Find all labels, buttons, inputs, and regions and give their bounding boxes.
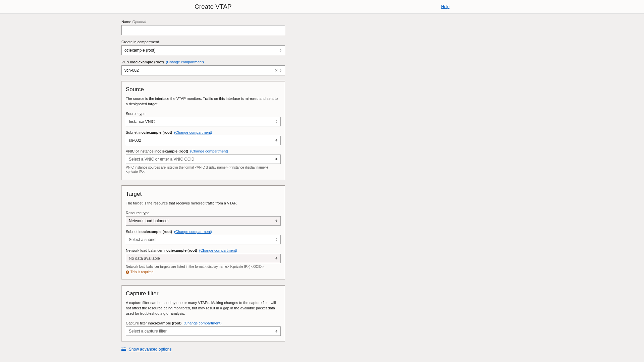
source-subnet-change-link[interactable]: (Change compartment) — [174, 130, 212, 134]
form-content: Name Optional Create in compartment ocie… — [0, 14, 644, 362]
source-type-value: Instance VNIC — [129, 119, 155, 124]
source-panel-description: The source is the interface the VTAP mon… — [126, 96, 281, 107]
source-vnic-helper: VNIC instance sources are listed in the … — [126, 165, 281, 174]
source-type-row: Source type Instance VNIC — [126, 112, 281, 126]
target-subnet-placeholder: Select a subnet — [129, 237, 157, 242]
target-nlb-error-text: This is required. — [130, 270, 154, 274]
target-nlb-select[interactable]: No data available — [126, 254, 281, 263]
target-panel: Target The target is the resource that r… — [121, 185, 285, 280]
capture-filter-label-prefix: Capture filter in — [126, 321, 151, 325]
resource-type-row: Resource type Network load balancer — [126, 211, 281, 226]
show-advanced-options-link[interactable]: Show advanced options — [129, 347, 171, 352]
target-nlb-label-prefix: Network load balancer in — [126, 248, 166, 252]
target-subnet-compartment: ociexample (root) — [141, 230, 172, 234]
vcn-clear-icon[interactable]: ✕ — [275, 68, 278, 73]
source-type-label: Source type — [126, 112, 281, 116]
capture-filter-row: Capture filter in ociexample (root) (Cha… — [126, 321, 281, 336]
name-optional-text: Optional — [132, 20, 146, 24]
vcn-select-value: vcn-002 — [124, 68, 139, 73]
target-nlb-row: Network load balancer in ociexample (roo… — [126, 248, 281, 274]
name-label-text: Name — [121, 20, 131, 24]
target-nlb-helper: Network load balancer targets are listed… — [126, 264, 281, 269]
capture-filter-panel: Capture filter A capture filter can be u… — [121, 285, 285, 342]
sliders-icon — [121, 347, 126, 351]
source-subnet-value: sn-002 — [129, 138, 141, 143]
capture-filter-select[interactable]: Select a capture filter — [126, 326, 281, 336]
target-nlb-error-row: ! This is required. — [126, 270, 281, 274]
compartment-select[interactable]: ociexample (root) — [121, 45, 285, 55]
target-subnet-row: Subnet in ociexample (root) (Change comp… — [126, 230, 281, 244]
source-subnet-label-prefix: Subnet in — [126, 130, 141, 134]
source-panel: Source The source is the interface the V… — [121, 81, 285, 180]
target-panel-description: The target is the resource that receives… — [126, 201, 281, 206]
source-vnic-row: VNIC of instance in ociexample (root) (C… — [126, 149, 281, 174]
capture-filter-change-link[interactable]: (Change compartment) — [183, 321, 221, 325]
error-icon: ! — [126, 270, 129, 274]
target-subnet-select[interactable]: Select a subnet — [126, 235, 281, 244]
source-vnic-change-link[interactable]: (Change compartment) — [190, 149, 228, 153]
source-panel-title: Source — [126, 86, 281, 93]
target-subnet-change-link[interactable]: (Change compartment) — [174, 230, 212, 234]
page-header: Create VTAP Help — [0, 0, 644, 14]
source-subnet-row: Subnet in ociexample (root) (Change comp… — [126, 130, 281, 145]
compartment-select-value: ociexample (root) — [124, 48, 156, 53]
help-link[interactable]: Help — [441, 4, 449, 9]
vcn-compartment-name: ociexample (root) — [133, 60, 164, 64]
resource-type-select[interactable]: Network load balancer — [126, 216, 281, 226]
resource-type-value: Network load balancer — [129, 219, 169, 223]
name-field-row: Name Optional — [121, 20, 285, 35]
source-subnet-select[interactable]: sn-002 — [126, 136, 281, 145]
source-vnic-label-prefix: VNIC of instance in — [126, 149, 157, 153]
vcn-label-prefix: VCN in — [121, 60, 133, 64]
vcn-field-row: VCN in ociexample (root) (Change compart… — [121, 60, 285, 75]
capture-panel-description: A capture filter can be used by one or m… — [126, 300, 281, 316]
capture-panel-title: Capture filter — [126, 290, 281, 297]
target-panel-title: Target — [126, 191, 281, 197]
name-input[interactable] — [121, 25, 285, 35]
target-subnet-label-prefix: Subnet in — [126, 230, 141, 234]
vcn-select[interactable]: vcn-002 — [121, 65, 285, 75]
resource-type-label: Resource type — [126, 211, 281, 215]
target-nlb-compartment: ociexample (root) — [166, 248, 197, 252]
target-nlb-change-link[interactable]: (Change compartment) — [199, 248, 237, 252]
source-vnic-select[interactable]: Select a VNIC or enter a VNIC OCID — [126, 155, 281, 164]
name-label: Name Optional — [121, 20, 285, 24]
advanced-options-row: Show advanced options — [121, 347, 285, 352]
compartment-field-row: Create in compartment ociexample (root) — [121, 40, 285, 55]
source-subnet-compartment: ociexample (root) — [141, 130, 172, 134]
source-type-select[interactable]: Instance VNIC — [126, 117, 281, 126]
target-nlb-placeholder: No data available — [129, 256, 160, 261]
page-title: Create VTAP — [195, 3, 232, 10]
vcn-change-compartment-link[interactable]: (Change compartment) — [166, 60, 204, 64]
compartment-label: Create in compartment — [121, 40, 285, 44]
capture-filter-placeholder: Select a capture filter — [129, 329, 167, 334]
capture-filter-compartment: ociexample (root) — [151, 321, 182, 325]
source-vnic-compartment: ociexample (root) — [157, 149, 188, 153]
source-vnic-placeholder: Select a VNIC or enter a VNIC OCID — [129, 157, 194, 162]
